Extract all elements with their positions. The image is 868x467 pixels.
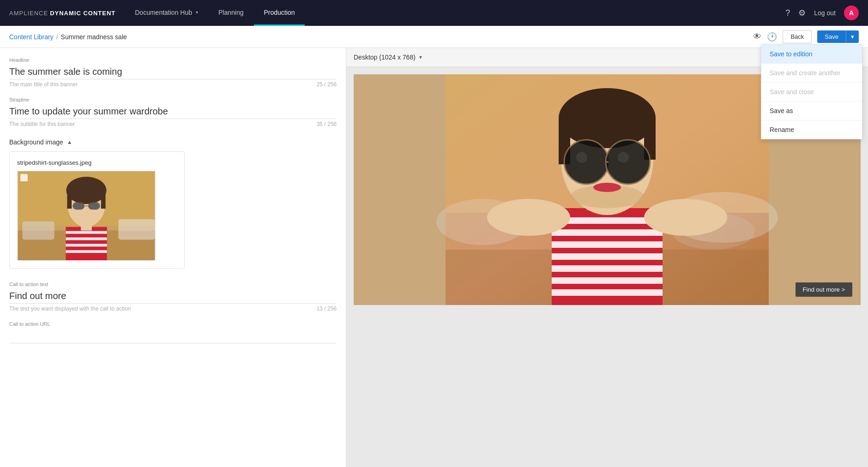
- breadcrumb-current-page: Summer madness sale: [61, 33, 127, 41]
- cta-text-field-group: Call to action text The text you want di…: [9, 281, 337, 312]
- strapline-hint-row: The subtitle for this banner 35 / 256: [9, 121, 337, 127]
- headline-field-group: Headline The main title of this banner 2…: [9, 57, 337, 88]
- chevron-up-icon: ▲: [67, 139, 72, 145]
- svg-rect-29: [552, 265, 663, 272]
- nav-tab-planning-label: Planning: [218, 9, 244, 16]
- svg-rect-7: [67, 191, 72, 209]
- background-image-card: stripedshirt-sunglasses.jpeg: [9, 151, 185, 269]
- user-avatar[interactable]: A: [844, 6, 859, 20]
- main-content: Headline The main title of this banner 2…: [0, 48, 868, 467]
- nav-tabs: Documentation Hub ▾ Planning Production: [125, 0, 776, 26]
- save-dropdown-menu: Save to edition Save and create another …: [761, 44, 862, 139]
- device-label: Desktop (1024 x 768): [354, 54, 416, 61]
- settings-icon[interactable]: ⚙: [798, 8, 806, 18]
- strapline-count: 35 / 256: [317, 121, 337, 127]
- svg-point-39: [606, 140, 650, 184]
- save-and-close-option: Save and close: [761, 83, 862, 102]
- brand-dynamic-text: DYNAMIC CONTENT: [50, 10, 115, 17]
- svg-rect-15: [66, 244, 107, 246]
- svg-rect-31: [552, 289, 663, 296]
- svg-rect-3: [22, 222, 54, 240]
- breadcrumb-content-library-link[interactable]: Content Library: [9, 33, 54, 41]
- svg-rect-27: [552, 241, 663, 248]
- brand-amplience-text: AMPLIENCE: [9, 10, 48, 17]
- svg-rect-16: [66, 250, 107, 253]
- image-preview-svg: [18, 171, 155, 260]
- editor-panel: Headline The main title of this banner 2…: [0, 48, 346, 467]
- breadcrumb-actions: 👁 🕐 Back Save ▾: [753, 30, 859, 43]
- headline-hint-row: The main title of this banner 25 / 256: [9, 81, 337, 88]
- preview-icon[interactable]: 👁: [753, 32, 761, 42]
- strapline-input[interactable]: [9, 104, 337, 119]
- svg-point-41: [618, 152, 629, 163]
- nav-tab-planning[interactable]: Planning: [208, 0, 254, 26]
- cta-text-input[interactable]: [9, 289, 337, 304]
- chevron-down-icon: ▾: [196, 10, 198, 15]
- strapline-hint: The subtitle for this banner: [9, 121, 75, 127]
- history-icon[interactable]: 🕐: [767, 32, 777, 42]
- svg-rect-13: [66, 231, 107, 234]
- cta-text-count: 13 / 256: [317, 305, 337, 312]
- svg-rect-4: [118, 219, 155, 240]
- save-and-create-another-option: Save and create another: [761, 64, 862, 83]
- breadcrumb-separator: /: [56, 33, 58, 41]
- svg-rect-8: [101, 191, 106, 209]
- image-filename: stripedshirt-sunglasses.jpeg: [17, 159, 177, 166]
- svg-rect-9: [72, 202, 84, 210]
- background-image-section-header[interactable]: Background image ▲: [9, 138, 337, 146]
- brand-logo: AMPLIENCE DYNAMIC CONTENT: [0, 0, 125, 26]
- breadcrumb: Content Library / Summer madness sale: [9, 33, 127, 41]
- nav-tab-documentation-hub[interactable]: Documentation Hub ▾: [125, 0, 208, 26]
- svg-rect-14: [66, 238, 107, 240]
- svg-rect-30: [552, 277, 663, 284]
- save-button-group: Save ▾: [817, 30, 859, 43]
- headline-label: Headline: [9, 57, 337, 63]
- breadcrumb-bar: Content Library / Summer madness sale 👁 …: [0, 26, 868, 48]
- svg-rect-17: [81, 225, 92, 231]
- nav-right-actions: ? ⚙ Log out A: [776, 0, 868, 26]
- image-badge: [20, 174, 28, 181]
- cta-url-label: Call to action URL: [9, 321, 337, 327]
- strapline-field-group: Strapline The subtitle for this banner 3…: [9, 97, 337, 127]
- save-button[interactable]: Save: [817, 30, 846, 43]
- device-chevron-icon: ▾: [419, 54, 422, 60]
- svg-point-40: [576, 152, 587, 163]
- svg-point-45: [644, 199, 727, 236]
- headline-count: 25 / 256: [317, 81, 337, 88]
- svg-rect-28: [552, 253, 663, 260]
- svg-rect-26: [552, 229, 663, 236]
- save-as-option[interactable]: Save as: [761, 102, 862, 120]
- headline-input[interactable]: [9, 65, 337, 79]
- nav-tab-documentation-hub-label: Documentation Hub: [135, 9, 192, 16]
- cta-text-label: Call to action text: [9, 281, 337, 287]
- cta-text-hint-row: The text you want displayed with the cal…: [9, 305, 337, 312]
- help-icon[interactable]: ?: [785, 8, 790, 18]
- background-image-section-label: Background image: [9, 138, 63, 146]
- nav-tab-production-label: Production: [264, 9, 295, 16]
- cta-text-hint: The text you want displayed with the cal…: [9, 305, 131, 312]
- rename-option[interactable]: Rename: [761, 120, 862, 139]
- cta-url-field-group: Call to action URL: [9, 321, 337, 343]
- cta-url-input[interactable]: [9, 329, 337, 343]
- svg-point-34: [559, 88, 656, 148]
- svg-point-38: [564, 140, 609, 184]
- device-selector[interactable]: Desktop (1024 x 768) ▾: [354, 54, 422, 61]
- svg-point-6: [66, 177, 106, 204]
- image-thumbnail[interactable]: [17, 171, 156, 261]
- nav-tab-production[interactable]: Production: [254, 0, 305, 26]
- headline-hint: The main title of this banner: [9, 81, 78, 88]
- logout-button[interactable]: Log out: [814, 9, 836, 17]
- svg-point-44: [487, 199, 570, 236]
- top-navigation: AMPLIENCE DYNAMIC CONTENT Documentation …: [0, 0, 868, 26]
- save-dropdown-button[interactable]: ▾: [846, 30, 859, 43]
- save-to-edition-option[interactable]: Save to edition: [761, 45, 862, 64]
- back-button[interactable]: Back: [783, 30, 812, 43]
- svg-rect-10: [88, 202, 100, 210]
- svg-point-43: [593, 183, 621, 192]
- preview-cta-button: Find out more >: [796, 282, 852, 297]
- strapline-label: Strapline: [9, 97, 337, 102]
